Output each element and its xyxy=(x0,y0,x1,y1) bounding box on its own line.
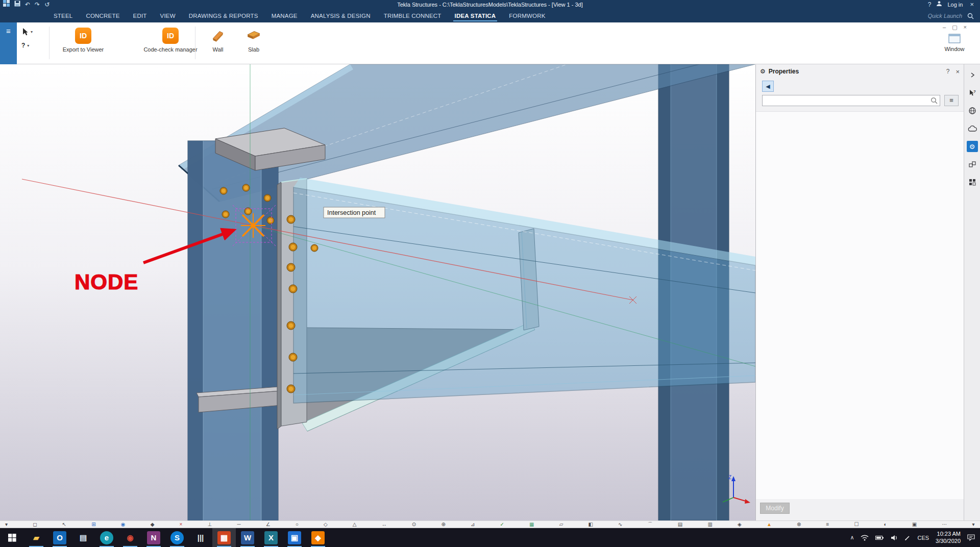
properties-pane-icon[interactable]: ⚙ xyxy=(967,141,978,152)
tab-idea-statica[interactable]: IDEA STATICA xyxy=(448,9,503,22)
restore-view-icon[interactable]: ▢ xyxy=(952,24,957,31)
tekla-structures[interactable]: ▦ xyxy=(212,528,236,547)
properties-help-icon[interactable]: ? xyxy=(946,68,950,75)
taskbar-clock[interactable]: 10:23 AM 3/30/2020 xyxy=(936,531,961,544)
snap-free-icon[interactable]: ⊕ xyxy=(441,521,445,528)
window-button[interactable]: Window xyxy=(938,33,971,52)
snap-angle-icon[interactable]: ∠ xyxy=(266,521,271,528)
tab-concrete[interactable]: CONCRETE xyxy=(79,9,126,22)
snap-perpendicular-icon[interactable]: ⊥ xyxy=(208,521,212,528)
file-explorer[interactable]: ▰ xyxy=(24,528,48,547)
snap-points-icon[interactable]: ◉ xyxy=(121,521,126,528)
search-icon[interactable] xyxy=(930,97,938,104)
arc-icon[interactable]: ⌒ xyxy=(648,521,653,528)
main-menu-button[interactable]: ≡ xyxy=(0,22,17,64)
context-help-icon[interactable]: ? xyxy=(967,87,978,98)
tab-view[interactable]: VIEW xyxy=(154,9,182,22)
grid-display-icon[interactable]: ▦ xyxy=(529,521,534,528)
quick-launch-input[interactable]: Quick Launch xyxy=(928,9,980,22)
measure-icon[interactable]: ≡ xyxy=(826,521,829,528)
properties-search-field[interactable] xyxy=(763,95,927,106)
bolt-snap-icon[interactable]: ⊗ xyxy=(797,521,801,528)
snap-intersection-icon[interactable]: × xyxy=(180,521,183,528)
more-dropdown[interactable]: ▾ xyxy=(972,521,975,528)
selection-area-icon[interactable]: ◻ xyxy=(33,521,37,528)
media-app[interactable]: ▣ xyxy=(283,528,306,547)
outlook[interactable]: O xyxy=(48,528,71,547)
edge-browser[interactable]: e xyxy=(95,528,118,547)
language-indicator[interactable]: CES xyxy=(917,535,929,541)
properties-menu-button[interactable]: ≡ xyxy=(944,95,959,106)
battery-icon[interactable] xyxy=(875,535,884,540)
search-icon[interactable] xyxy=(967,13,974,19)
snap-midpoint-icon[interactable]: ◆ xyxy=(151,521,155,528)
help-icon[interactable]: ? xyxy=(928,0,932,9)
pen-icon[interactable] xyxy=(904,535,911,541)
hatch-icon[interactable]: ▤ xyxy=(678,521,682,528)
snap-nearest-icon[interactable]: ⊙ xyxy=(412,521,416,528)
action-center-icon[interactable] xyxy=(967,534,975,541)
node-marker[interactable] xyxy=(241,213,265,238)
weld-icon[interactable]: ▲ xyxy=(767,521,772,528)
properties-close-icon[interactable]: × xyxy=(952,68,960,76)
history-icon[interactable]: ↺ xyxy=(44,0,50,9)
code-check-manager-button[interactable]: ID Code-check manager xyxy=(137,27,204,53)
snap-triangle-icon[interactable]: △ xyxy=(353,521,357,528)
smart-select-icon[interactable]: ✓ xyxy=(500,521,504,528)
help-tool-button[interactable]: ? ▾ xyxy=(21,42,45,49)
close-window-icon[interactable]: × xyxy=(968,0,976,9)
floppy-app[interactable]: ▤ xyxy=(71,528,95,547)
ortho-toggle-icon[interactable]: ⊿ xyxy=(471,521,475,528)
viewport-3d[interactable]: NODE Intersection point Z xyxy=(0,64,755,520)
contrast-icon[interactable]: ◐ xyxy=(884,521,887,528)
select-tool-button[interactable]: ▾ xyxy=(21,28,45,36)
expand-pane-icon[interactable] xyxy=(967,69,978,81)
tray-chevron-up-icon[interactable]: ∧ xyxy=(850,534,854,541)
snap-extension-icon[interactable]: ↔ xyxy=(382,521,387,528)
layer-icon[interactable]: ▥ xyxy=(707,521,712,528)
tab-manage[interactable]: MANAGE xyxy=(265,9,304,22)
snap-grid-icon[interactable]: ⊞ xyxy=(91,521,95,528)
chrome-browser[interactable]: ◉ xyxy=(118,528,142,547)
wall-button[interactable]: Wall xyxy=(200,27,236,53)
snap-diamond-icon[interactable]: ◇ xyxy=(324,521,328,528)
properties-back-button[interactable]: ◀ xyxy=(762,81,774,92)
selection-mode-dropdown[interactable]: ▾ xyxy=(5,521,8,528)
tab-steel[interactable]: STEEL xyxy=(47,9,79,22)
work-plane-icon[interactable]: ▱ xyxy=(559,521,564,528)
undo-icon[interactable]: ↶ xyxy=(25,0,30,9)
close-view-icon[interactable]: × xyxy=(964,24,967,31)
tab-trimble-connect[interactable]: TRIMBLE CONNECT xyxy=(377,9,448,22)
curve-icon[interactable]: ∿ xyxy=(618,521,622,528)
components-catalog-icon[interactable] xyxy=(967,159,978,170)
tab-analysis-design[interactable]: ANALYSIS & DESIGN xyxy=(304,9,377,22)
idea-statica[interactable]: ◆ xyxy=(306,528,330,547)
onenote[interactable]: N xyxy=(142,528,165,547)
tab-edit[interactable]: EDIT xyxy=(127,9,154,22)
snap-line-icon[interactable]: ─ xyxy=(237,521,240,528)
globe-icon[interactable] xyxy=(967,105,978,116)
wifi-icon[interactable] xyxy=(861,534,869,541)
signal-tool[interactable]: ||| xyxy=(189,528,212,547)
view-plane-icon[interactable]: ◧ xyxy=(588,521,593,528)
cloud-icon[interactable] xyxy=(967,123,978,134)
properties-search-input[interactable] xyxy=(762,95,940,106)
dots-icon[interactable]: ⋯ xyxy=(942,521,947,528)
minimize-view-icon[interactable]: – xyxy=(943,24,946,31)
skype[interactable]: S xyxy=(165,528,189,547)
applications-icon[interactable] xyxy=(967,177,978,188)
redo-icon[interactable]: ↷ xyxy=(35,0,40,9)
snap-circle-icon[interactable]: ○ xyxy=(296,521,299,528)
component-icon[interactable]: ◈ xyxy=(738,521,742,528)
word[interactable]: W xyxy=(236,528,259,547)
checkbox-icon[interactable]: ☐ xyxy=(854,521,859,528)
drag-drop-icon[interactable]: ↖ xyxy=(62,521,66,528)
save-icon[interactable] xyxy=(14,0,20,9)
export-to-viewer-button[interactable]: ID Export to Viewer xyxy=(53,27,114,53)
volume-icon[interactable] xyxy=(891,535,898,541)
tab-drawings-reports[interactable]: DRAWINGS & REPORTS xyxy=(182,9,265,22)
user-icon[interactable] xyxy=(936,0,942,9)
start-button[interactable] xyxy=(0,528,24,547)
login-button[interactable]: Log in xyxy=(947,2,963,8)
slab-button[interactable]: Slab xyxy=(236,27,272,53)
